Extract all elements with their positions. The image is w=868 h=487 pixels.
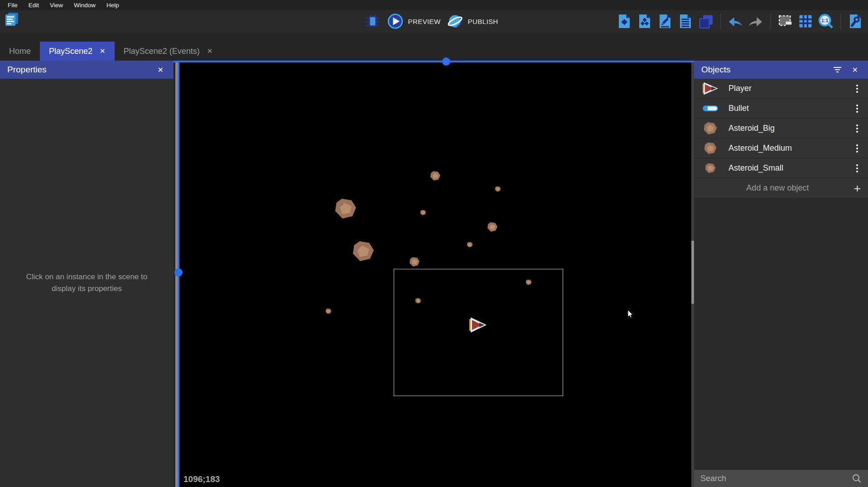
properties-panel: Properties ✕ Click on an instance in the… [0,61,174,487]
toggle-grid-icon[interactable] [797,13,814,29]
object-name: Player [720,84,853,93]
search-input[interactable] [700,474,852,483]
scene-vertical-scrollbar[interactable] [691,62,694,487]
preview-button[interactable]: PREVIEW [387,13,441,29]
object-name: Asteroid_Small [720,163,853,173]
properties-empty-message: Click on an instance in the scene to dis… [24,271,150,295]
object-row-asteroid-big[interactable]: Asteroid_Big [694,119,868,138]
objects-list-empty-space [694,198,868,470]
project-manager-button[interactable] [3,11,21,29]
undo-icon[interactable] [727,13,743,29]
tab-home[interactable]: Home [0,42,40,61]
toggle-window-mask-icon[interactable] [777,13,793,29]
debugger-icon[interactable] [365,13,381,29]
open-layers-panel-icon[interactable] [698,13,714,29]
gdevelop-window: File Edit View Window Help [0,0,868,487]
asteroid-core [327,310,330,313]
scene-scrollbar-thumb[interactable] [691,241,694,304]
asteroid-medium-thumbnail [700,143,720,154]
object-name: Bullet [720,104,853,113]
object-name: Asteroid_Big [720,124,853,133]
asteroid-core [496,187,499,191]
close-icon[interactable]: ✕ [155,65,166,75]
asteroid-instance-small[interactable] [326,309,332,314]
tab-playscene2[interactable]: PlayScene2 ✕ [40,42,115,61]
zoom-label: 1:1 [821,18,829,23]
asteroid-small-thumbnail [700,163,720,173]
tab-close-icon[interactable]: ✕ [100,47,106,55]
redo-icon[interactable] [747,13,764,29]
asteroid-core [527,281,530,284]
asteroid-core [412,259,417,265]
asteroid-core [340,203,352,215]
asteroid-core [416,299,420,302]
plus-icon: + [854,184,861,193]
menu-window[interactable]: Window [69,1,101,10]
object-row-asteroid-small[interactable]: Asteroid_Small [694,158,868,178]
menu-file[interactable]: File [3,1,23,10]
top-drag-handle[interactable] [442,57,450,66]
menu-help[interactable]: Help [101,1,124,10]
tab-close-icon[interactable]: ✕ [207,47,213,55]
toolbar-separator [770,13,771,29]
menu-edit[interactable]: Edit [24,1,44,10]
open-object-groups-icon[interactable] [637,13,653,29]
asteroid-instance-medium[interactable] [487,222,497,232]
asteroid-core [421,211,424,214]
kebab-menu-icon[interactable] [853,103,862,115]
asteroid-instance-small[interactable] [495,186,501,192]
tab-playscene2-events-label: PlayScene2 (Events) [124,47,200,56]
preview-label: PREVIEW [408,18,441,25]
asteroid-instance-small[interactable] [467,242,473,248]
asteroid-instance-small[interactable] [420,210,426,215]
player-thumbnail [700,82,720,95]
objects-search-bar [694,470,868,487]
filter-icon[interactable] [834,67,841,72]
kebab-menu-icon[interactable] [853,123,862,134]
objects-panel-header: Objects ✕ [694,61,868,79]
publish-button[interactable]: PUBLISH [447,13,498,29]
close-icon[interactable]: ✕ [849,65,861,75]
properties-panel-header: Properties ✕ [0,61,174,79]
cursor-coordinates: 1096;183 [183,474,220,484]
object-row-bullet[interactable]: Bullet [694,99,868,119]
left-drag-handle[interactable] [174,268,183,277]
asteroid-core [433,173,438,179]
asteroid-big-thumbnail [700,122,720,134]
open-properties-panel-icon[interactable] [657,13,673,29]
asteroid-instance-big[interactable] [335,199,356,219]
mouse-cursor [627,310,636,318]
object-name: Asteroid_Medium [720,143,853,153]
scene-editor-area: 1096;183 [174,61,694,487]
open-objects-panel-icon[interactable] [616,13,632,29]
open-instances-list-icon[interactable] [677,13,694,29]
properties-panel-title: Properties [7,65,155,75]
asteroid-instance-big[interactable] [353,241,374,261]
asteroid-core [490,224,495,230]
asteroid-core [357,246,369,257]
asteroid-instance-medium[interactable] [430,171,440,181]
main-content: Properties ✕ Click on an instance in the… [0,61,868,487]
search-icon[interactable] [852,473,862,483]
open-settings-icon[interactable] [847,13,863,29]
kebab-menu-icon[interactable] [853,162,862,174]
zoom-options-icon[interactable]: 1:1 [818,13,834,29]
object-row-asteroid-medium[interactable]: Asteroid_Medium [694,138,868,158]
toolbar-separator [840,13,841,29]
menu-view[interactable]: View [45,1,68,10]
publish-planet-icon [447,13,463,29]
tab-playscene2-events[interactable]: PlayScene2 (Events) ✕ [115,42,222,61]
menu-bar: File Edit View Window Help [0,0,868,10]
bullet-thumbnail [700,105,720,111]
properties-panel-body: Click on an instance in the scene to dis… [0,79,174,487]
preview-play-icon [387,13,404,29]
scene-canvas[interactable]: 1096;183 [178,62,691,487]
kebab-menu-icon[interactable] [853,143,862,154]
objects-panel: Objects ✕ Player Bul [694,61,868,487]
player-instance[interactable] [469,317,487,333]
add-object-button[interactable]: Add a new object + [694,178,868,198]
kebab-menu-icon[interactable] [853,83,862,95]
tab-home-label: Home [9,47,31,56]
asteroid-instance-medium[interactable] [410,257,420,267]
object-row-player[interactable]: Player [694,79,868,99]
